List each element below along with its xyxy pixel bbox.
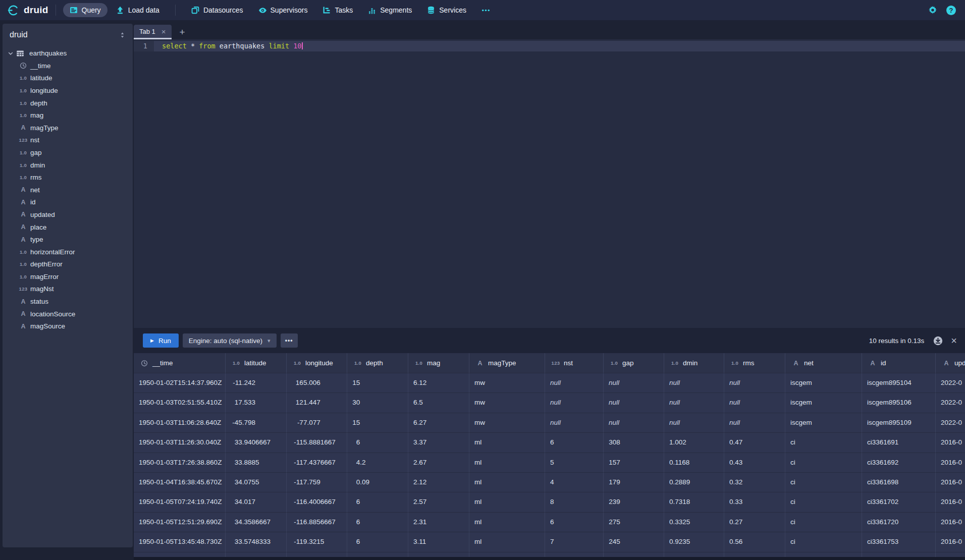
cell-dmin[interactable]: 0.7318 bbox=[664, 492, 724, 512]
cell-rms[interactable]: 0.47 bbox=[724, 433, 785, 453]
cell-nst[interactable]: null bbox=[545, 373, 604, 393]
cell-rms[interactable]: 0.32 bbox=[724, 473, 785, 492]
cell-magtype[interactable]: mw bbox=[469, 393, 545, 413]
column-header-longitude[interactable]: 1.0longitude bbox=[287, 353, 347, 373]
sidebar-column-type[interactable]: Atype bbox=[3, 233, 133, 246]
cell-latitude[interactable]: 34.017 bbox=[226, 492, 287, 512]
sidebar-column-time[interactable]: __time bbox=[3, 60, 133, 72]
cell-nst[interactable]: 6 bbox=[545, 433, 604, 453]
cell-nst[interactable]: 6 bbox=[545, 513, 604, 532]
cell-longitude[interactable]: -115.8881667 bbox=[287, 433, 347, 453]
table-node-earthquakes[interactable]: earthquakes bbox=[3, 47, 133, 60]
cell-magtype[interactable]: ml bbox=[469, 473, 545, 492]
nav-item-services[interactable]: Services bbox=[420, 3, 473, 17]
cell-magtype[interactable]: mw bbox=[469, 413, 545, 433]
sidebar-column-latitude[interactable]: 1.0latitude bbox=[3, 72, 133, 85]
sidebar-column-status[interactable]: Astatus bbox=[3, 295, 133, 308]
cell-mag[interactable]: 6.12 bbox=[408, 373, 469, 393]
sidebar-column-place[interactable]: Aplace bbox=[3, 221, 133, 234]
sidebar-column-locationsource[interactable]: AlocationSource bbox=[3, 308, 133, 320]
cell-magtype[interactable]: ml bbox=[469, 513, 545, 532]
cell-latitude[interactable]: 33.9406667 bbox=[226, 433, 287, 453]
cell-dmin[interactable]: 0.9235 bbox=[664, 532, 724, 552]
sidebar-column-deptherror[interactable]: 1.0depthError bbox=[3, 258, 133, 271]
cell-latitude[interactable]: 33.8885 bbox=[226, 453, 287, 473]
cell-id[interactable]: ci3361691 bbox=[862, 433, 936, 453]
cell-depth[interactable]: 6 bbox=[347, 492, 408, 512]
horizontal-scrollbar[interactable] bbox=[134, 557, 965, 560]
sidebar-column-nst[interactable]: 123nst bbox=[3, 134, 133, 147]
cell-net[interactable]: iscgem bbox=[785, 373, 862, 393]
sidebar-column-horizontalerror[interactable]: 1.0horizontalError bbox=[3, 246, 133, 258]
cell-rms[interactable]: null bbox=[724, 413, 785, 433]
cell-longitude[interactable]: -77.077 bbox=[287, 413, 347, 433]
cell-time[interactable]: 1950-01-05T07:24:19.740Z bbox=[134, 492, 226, 512]
cell-longitude[interactable]: -117.759 bbox=[287, 473, 347, 492]
nav-item-query[interactable]: Query bbox=[63, 3, 108, 17]
cell-dmin[interactable]: 0.2889 bbox=[664, 473, 724, 492]
cell-longitude[interactable]: 121.447 bbox=[287, 393, 347, 413]
run-more-button[interactable]: ••• bbox=[281, 333, 298, 348]
cell-net[interactable]: iscgem bbox=[785, 413, 862, 433]
tab-close-icon[interactable]: × bbox=[162, 28, 166, 35]
cell-gap[interactable]: 275 bbox=[604, 513, 664, 532]
column-header-rms[interactable]: 1.0rms bbox=[724, 353, 785, 373]
cell-latitude[interactable]: -11.242 bbox=[226, 373, 287, 393]
cell-depth[interactable]: 6 bbox=[347, 433, 408, 453]
nav-item-segments[interactable]: Segments bbox=[361, 3, 418, 17]
cell-rms[interactable]: 0.27 bbox=[724, 513, 785, 532]
cell-updated[interactable]: 2022-0 bbox=[936, 393, 965, 413]
cell-mag[interactable]: 6.27 bbox=[408, 413, 469, 433]
sidebar-column-updated[interactable]: Aupdated bbox=[3, 208, 133, 221]
sidebar-column-dmin[interactable]: 1.0dmin bbox=[3, 159, 133, 172]
nav-item-tasks[interactable]: Tasks bbox=[316, 3, 359, 17]
sidebar-column-magerror[interactable]: 1.0magError bbox=[3, 270, 133, 283]
run-button[interactable]: ▶ Run bbox=[143, 333, 179, 348]
sql-editor[interactable]: 1 select * from earthquakes limit 10 bbox=[134, 39, 965, 328]
cell-id[interactable]: iscgem895109 bbox=[862, 413, 936, 433]
cell-nst[interactable]: 8 bbox=[545, 492, 604, 512]
column-header-depth[interactable]: 1.0depth bbox=[347, 353, 408, 373]
cell-rms[interactable]: 0.43 bbox=[724, 453, 785, 473]
cell-latitude[interactable]: 34.0755 bbox=[226, 473, 287, 492]
cell-time[interactable]: 1950-01-02T15:14:37.960Z bbox=[134, 373, 226, 393]
cell-mag[interactable]: 2.57 bbox=[408, 492, 469, 512]
cell-longitude[interactable]: -116.8856667 bbox=[287, 513, 347, 532]
cell-gap[interactable]: null bbox=[604, 373, 664, 393]
cell-depth[interactable]: 6 bbox=[347, 513, 408, 532]
nav-more-button[interactable] bbox=[475, 3, 496, 17]
cell-depth[interactable]: 15 bbox=[347, 373, 408, 393]
cell-id[interactable]: ci3361753 bbox=[862, 532, 936, 552]
cell-latitude[interactable]: 33.5748333 bbox=[226, 532, 287, 552]
cell-gap[interactable]: 239 bbox=[604, 492, 664, 512]
cell-gap[interactable]: 179 bbox=[604, 473, 664, 492]
cell-dmin[interactable]: 0.3325 bbox=[664, 513, 724, 532]
cell-id[interactable]: ci3361720 bbox=[862, 513, 936, 532]
cell-longitude[interactable]: -116.4006667 bbox=[287, 492, 347, 512]
sidebar-column-magtype[interactable]: AmagType bbox=[3, 122, 133, 134]
cell-updated[interactable]: 2016-0 bbox=[936, 513, 965, 532]
cell-time[interactable]: 1950-01-03T02:51:55.410Z bbox=[134, 393, 226, 413]
cell-mag[interactable]: 6.5 bbox=[408, 393, 469, 413]
cell-magtype[interactable]: ml bbox=[469, 532, 545, 552]
settings-gear-icon[interactable] bbox=[928, 6, 937, 15]
cell-gap[interactable]: 245 bbox=[604, 532, 664, 552]
cell-gap[interactable]: null bbox=[604, 393, 664, 413]
column-header-latitude[interactable]: 1.0latitude bbox=[226, 353, 287, 373]
cell-id[interactable]: ci3361702 bbox=[862, 492, 936, 512]
cell-dmin[interactable]: null bbox=[664, 413, 724, 433]
cell-updated[interactable]: 2022-0 bbox=[936, 413, 965, 433]
column-header-nst[interactable]: 123nst bbox=[545, 353, 604, 373]
cell-mag[interactable]: 2.67 bbox=[408, 453, 469, 473]
cell-mag[interactable]: 3.11 bbox=[408, 532, 469, 552]
cell-magtype[interactable]: mw bbox=[469, 373, 545, 393]
sidebar-column-rms[interactable]: 1.0rms bbox=[3, 171, 133, 184]
cell-longitude[interactable]: -119.3215 bbox=[287, 532, 347, 552]
cell-time[interactable]: 1950-01-03T11:26:30.040Z bbox=[134, 433, 226, 453]
cell-magtype[interactable]: ml bbox=[469, 433, 545, 453]
column-header-magtype[interactable]: AmagType bbox=[469, 353, 545, 373]
nav-item-load-data[interactable]: Load data bbox=[110, 3, 166, 17]
cell-updated[interactable]: 2016-0 bbox=[936, 532, 965, 552]
column-header-net[interactable]: Anet bbox=[785, 353, 862, 373]
cell-latitude[interactable]: 34.3586667 bbox=[226, 513, 287, 532]
